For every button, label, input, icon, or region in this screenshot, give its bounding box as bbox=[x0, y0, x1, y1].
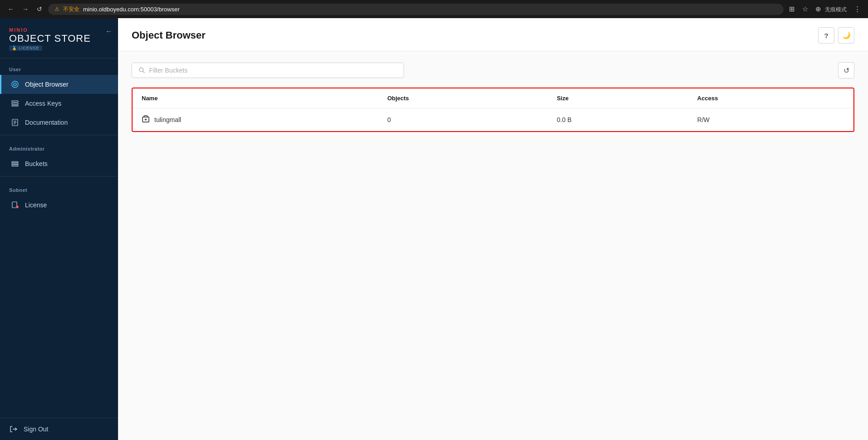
svg-rect-10 bbox=[12, 163, 18, 165]
section-label-user: User bbox=[0, 59, 118, 75]
table-body: tulingmall 0 0.0 B R/W bbox=[133, 108, 853, 132]
section-label-administrator: Administrator bbox=[0, 138, 118, 154]
object-browser-icon bbox=[10, 80, 20, 89]
theme-icon: 🌙 bbox=[842, 31, 851, 39]
sign-out-label: Sign Out bbox=[24, 425, 48, 433]
topbar: Object Browser ? 🌙 bbox=[118, 18, 868, 51]
search-input-wrapper[interactable] bbox=[132, 63, 404, 78]
sidebar-item-license[interactable]: License bbox=[0, 196, 118, 215]
sidebar-item-access-keys[interactable]: Access Keys bbox=[0, 94, 118, 113]
search-bar-row: ↺ bbox=[132, 62, 854, 78]
sidebar-logo: MINIO OBJECT STORE 🏅 LICENSE ← bbox=[0, 18, 118, 59]
search-input[interactable] bbox=[149, 67, 397, 74]
security-warning-icon: ⚠ bbox=[54, 6, 59, 12]
profile-icon: ⊕ bbox=[815, 5, 821, 13]
sidebar-item-label: License bbox=[25, 201, 47, 209]
documentation-icon bbox=[10, 118, 20, 127]
logo-product: OBJECT STORE bbox=[9, 34, 109, 44]
profile-label: 无痕模式 bbox=[825, 6, 847, 13]
section-label-subnet: Subnet bbox=[0, 179, 118, 196]
buckets-icon bbox=[10, 159, 20, 168]
agpl-icon: 🏅 bbox=[12, 46, 17, 50]
help-button[interactable]: ? bbox=[818, 27, 834, 44]
col-name: Name bbox=[133, 88, 378, 108]
help-icon: ? bbox=[824, 32, 828, 39]
refresh-button[interactable]: ↺ bbox=[838, 62, 854, 78]
logo-license: 🏅 LICENSE bbox=[9, 45, 109, 51]
sign-out-button[interactable]: Sign Out bbox=[0, 418, 118, 440]
bucket-size-cell: 0.0 B bbox=[547, 108, 688, 132]
bucket-icon bbox=[142, 115, 150, 125]
security-label: 不安全 bbox=[63, 5, 79, 13]
url-text: minio.oldboyedu.com:50003/browser bbox=[83, 6, 179, 13]
svg-rect-9 bbox=[12, 161, 18, 163]
svg-rect-2 bbox=[12, 101, 18, 102]
svg-point-17 bbox=[139, 68, 143, 72]
profile-button[interactable]: ⊕ 无痕模式 bbox=[814, 4, 848, 15]
svg-point-1 bbox=[14, 83, 16, 86]
forward-button[interactable]: → bbox=[20, 5, 31, 14]
license-label: LICENSE bbox=[19, 46, 39, 50]
browser-chrome: ← → ↺ ⚠ 不安全 minio.oldboyedu.com:50003/br… bbox=[0, 0, 868, 18]
sidebar-item-label: Object Browser bbox=[25, 81, 69, 88]
license-icon bbox=[10, 200, 20, 210]
refresh-icon: ↺ bbox=[843, 66, 849, 75]
reload-button[interactable]: ↺ bbox=[35, 5, 44, 14]
svg-line-18 bbox=[143, 71, 145, 73]
app-wrapper: MINIO OBJECT STORE 🏅 LICENSE ← User bbox=[0, 18, 868, 440]
bucket-table-wrapper: Name Objects Size Access bbox=[132, 88, 854, 132]
address-bar[interactable]: ⚠ 不安全 minio.oldboyedu.com:50003/browser bbox=[48, 4, 784, 15]
collapse-sidebar-button[interactable]: ← bbox=[105, 27, 113, 35]
back-button[interactable]: ← bbox=[5, 5, 16, 14]
bucket-table: Name Objects Size Access bbox=[133, 88, 853, 131]
window-wrapper: ← → ↺ ⚠ 不安全 minio.oldboyedu.com:50003/br… bbox=[0, 0, 868, 440]
topbar-actions: ? 🌙 bbox=[818, 27, 854, 44]
search-icon bbox=[138, 67, 145, 74]
col-objects: Objects bbox=[378, 88, 547, 108]
sidebar-item-documentation[interactable]: Documentation bbox=[0, 113, 118, 132]
svg-rect-3 bbox=[12, 103, 18, 104]
sidebar-item-label: Buckets bbox=[25, 160, 48, 167]
bucket-objects-cell: 0 bbox=[378, 108, 547, 132]
menu-button[interactable]: ⋮ bbox=[852, 4, 863, 14]
sign-out-icon bbox=[9, 425, 18, 434]
bucket-access-cell: R/W bbox=[688, 108, 853, 132]
sidebar-bottom: Sign Out bbox=[0, 418, 118, 440]
sidebar-item-object-browser[interactable]: Object Browser bbox=[0, 75, 118, 94]
bucket-name-text: tulingmall bbox=[154, 116, 181, 123]
sidebar: MINIO OBJECT STORE 🏅 LICENSE ← User bbox=[0, 18, 118, 440]
bucket-name-cell: tulingmall bbox=[133, 108, 378, 132]
browser-actions: ⊞ ☆ ⊕ 无痕模式 ⋮ bbox=[787, 4, 863, 15]
page-title: Object Browser bbox=[132, 29, 206, 41]
sidebar-item-buckets[interactable]: Buckets bbox=[0, 154, 118, 173]
svg-rect-4 bbox=[12, 105, 18, 106]
table-row[interactable]: tulingmall 0 0.0 B R/W bbox=[133, 108, 853, 132]
col-access: Access bbox=[688, 88, 853, 108]
logo-brand: MINIO bbox=[9, 27, 109, 33]
translate-button[interactable]: ⊞ bbox=[787, 4, 797, 14]
table-header: Name Objects Size Access bbox=[133, 88, 853, 108]
access-keys-icon bbox=[10, 99, 20, 108]
svg-point-0 bbox=[12, 81, 18, 88]
sidebar-item-label: Access Keys bbox=[25, 100, 61, 107]
theme-toggle-button[interactable]: 🌙 bbox=[838, 27, 854, 44]
content-area: ↺ Name Objects Size Access bbox=[118, 51, 868, 440]
agpl-badge: 🏅 LICENSE bbox=[9, 45, 42, 51]
sidebar-item-label: Documentation bbox=[25, 119, 68, 126]
main-content: Object Browser ? 🌙 bbox=[118, 18, 868, 440]
svg-rect-11 bbox=[12, 165, 18, 166]
bookmark-button[interactable]: ☆ bbox=[800, 4, 810, 14]
col-size: Size bbox=[547, 88, 688, 108]
